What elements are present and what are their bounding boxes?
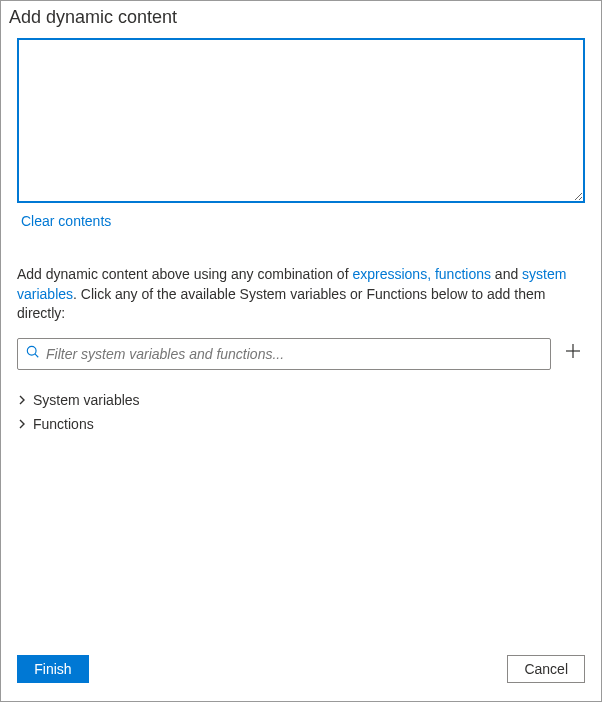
add-button[interactable] [561,342,585,366]
tree: System variables Functions [17,388,585,436]
dialog-footer: Finish Cancel [1,645,601,701]
search-icon [26,345,40,362]
search-input[interactable] [40,346,542,362]
tree-item-label: System variables [33,392,140,408]
help-suffix: . Click any of the available System vari… [17,286,545,322]
cancel-button[interactable]: Cancel [507,655,585,683]
plus-icon [564,342,582,365]
help-prefix: Add dynamic content above using any comb… [17,266,352,282]
dialog-title: Add dynamic content [1,1,601,38]
svg-line-1 [35,354,38,357]
search-row [17,338,585,370]
clear-contents-link[interactable]: Clear contents [21,213,585,229]
help-text: Add dynamic content above using any comb… [17,265,585,324]
search-field-wrap[interactable] [17,338,551,370]
finish-button[interactable]: Finish [17,655,89,683]
chevron-right-icon [17,392,27,408]
help-middle: and [491,266,522,282]
svg-point-0 [27,347,36,356]
chevron-right-icon [17,416,27,432]
tree-item-system-variables[interactable]: System variables [17,388,585,412]
tree-item-functions[interactable]: Functions [17,412,585,436]
tree-item-label: Functions [33,416,94,432]
dialog-content: Clear contents Add dynamic content above… [1,38,601,645]
expressions-functions-link[interactable]: expressions, functions [352,266,491,282]
dynamic-content-editor[interactable] [17,38,585,203]
